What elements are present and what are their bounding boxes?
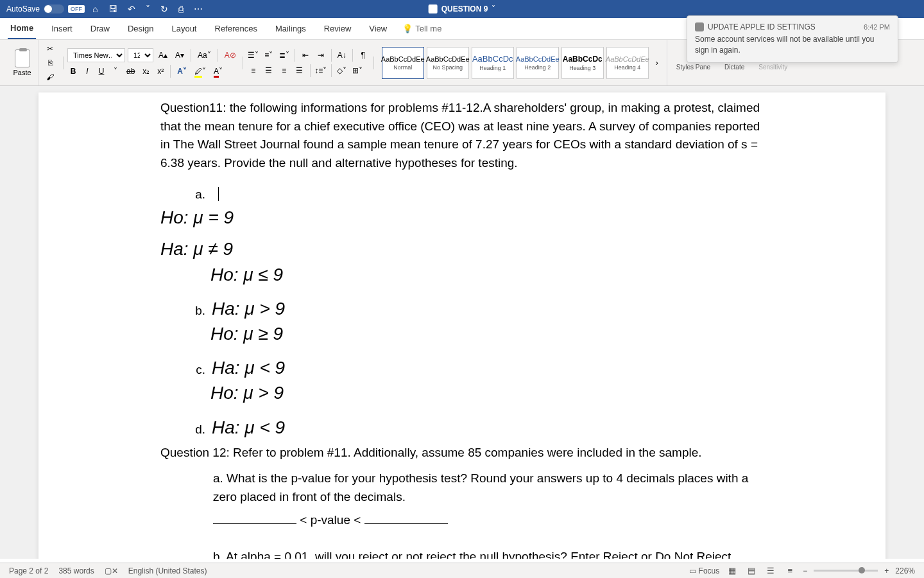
highlight-button[interactable]: 🖊˅ [192,66,209,77]
autosave-state: OFF [68,5,85,13]
subscript-button[interactable]: x₂ [140,66,152,77]
change-case-button[interactable]: Aa˅ [195,49,214,61]
align-left-button[interactable]: ≡ [247,64,260,77]
zoom-out-button[interactable]: − [803,566,807,575]
copy-icon[interactable]: ⎘ [44,57,56,69]
chevron-down-icon[interactable]: ˅ [492,4,495,13]
style-no-spacing[interactable]: AaBbCcDdEe No Spacing [427,47,469,79]
question-11-text: Question11: the following informations f… [160,99,764,172]
increase-font-icon[interactable]: A▴ [156,49,170,61]
draft-view[interactable]: ≡ [783,566,796,576]
underline-dropdown[interactable]: ˅ [110,66,121,77]
decrease-font-icon[interactable]: A▾ [173,49,187,61]
tab-draw[interactable]: Draw [88,19,112,39]
cut-icon[interactable]: ✂ [44,43,56,55]
clear-format-icon[interactable]: A⊘ [222,49,239,61]
notification-title: UPDATE APPLE ID SETTINGS [708,22,816,31]
document-page[interactable]: Question11: the following informations f… [38,92,886,559]
shading-button[interactable]: ◇˅ [336,64,348,77]
strikethrough-button[interactable]: ab [124,66,137,77]
autosave-label: AutoSave [6,4,40,13]
font-name-select[interactable]: Times New… [67,48,125,62]
language-indicator[interactable]: English (United States) [128,566,207,575]
italic-button[interactable]: I [81,66,93,77]
style-heading-3[interactable]: AaBbCcDc Heading 3 [561,47,604,79]
align-right-button[interactable]: ≡ [278,64,291,77]
text-cursor [218,187,219,201]
word-count[interactable]: 385 words [58,566,94,575]
show-marks-button[interactable]: ¶ [357,49,370,62]
outline-view[interactable]: ☰ [764,566,777,576]
option-a-line2: Ha: μ ≠ 9 [160,236,764,261]
undo-icon[interactable]: ↶ [125,4,138,14]
page-indicator[interactable]: Page 2 of 2 [9,566,48,575]
option-a-line1: Ho: μ = 9 [160,205,764,230]
multilevel-button[interactable]: ≣˅ [278,49,291,62]
format-painter-icon[interactable]: 🖌 [44,71,56,83]
option-c-ho: Ho: μ ≥ 9 [210,321,764,346]
font-color-button[interactable]: A˅ [211,66,225,77]
home-icon[interactable]: ⌂ [90,4,100,14]
line-spacing-button[interactable]: ↕≡˅ [314,64,327,77]
tab-home[interactable]: Home [8,18,36,39]
underline-button[interactable]: U [96,66,107,77]
bulb-icon: 💡 [402,24,413,33]
question-12a-text: a. What is the p-value for your hypothes… [213,469,764,506]
more-icon[interactable]: ⋯ [191,4,205,14]
autosave-toggle[interactable]: AutoSave OFF [6,4,85,13]
toggle-switch[interactable] [44,4,64,13]
apple-icon [695,22,704,31]
document-canvas[interactable]: Question11: the following informations f… [0,86,924,559]
document-title[interactable]: QUESTION 9 ˅ [429,4,496,13]
zoom-level[interactable]: 226% [895,566,915,575]
numbering-button[interactable]: ≡˅ [262,49,275,62]
focus-mode-button[interactable]: ▭ Focus [689,566,719,575]
option-c-ha: Ha: μ < 9 [212,358,285,378]
text-effects-button[interactable]: A˅ [175,66,189,77]
tab-insert[interactable]: Insert [49,19,75,39]
status-bar: Page 2 of 2 385 words ▢✕ English (United… [0,563,924,578]
increase-indent-button[interactable]: ⇥ [314,49,327,62]
tab-review[interactable]: Review [321,19,354,39]
paste-button[interactable]: Paste [13,69,31,76]
question-12b-text: b. At alpha = 0.01, will you reject or n… [213,548,764,559]
tab-mailings[interactable]: Mailings [273,19,309,39]
bold-button[interactable]: B [67,66,79,77]
borders-button[interactable]: ⊞˅ [351,64,364,77]
superscript-button[interactable]: x² [155,66,166,77]
sort-button[interactable]: A↓ [336,49,348,62]
notification-body: Some account services will not be availa… [695,34,890,56]
style-heading-4[interactable]: AaBbCcDdEe Heading 4 [606,47,649,79]
align-center-button[interactable]: ☰ [262,64,275,77]
option-b-ha: Ha: μ > 9 [212,299,285,319]
tell-me-search[interactable]: 💡 Tell me [402,24,441,33]
system-notification[interactable]: UPDATE APPLE ID SETTINGS 6:42 PM Some ac… [687,15,898,63]
tab-design[interactable]: Design [125,19,156,39]
clipboard-group: Paste [6,40,38,85]
question-12-text: Question 12: Refer to problem #11. Addit… [160,444,764,462]
option-d-ha: Ha: μ < 9 [212,417,285,437]
redo-icon[interactable]: ↻ [158,4,171,14]
tab-layout[interactable]: Layout [169,19,199,39]
zoom-slider[interactable] [814,570,878,572]
style-normal[interactable]: AaBbCcDdEe Normal [382,47,424,79]
tab-references[interactable]: References [212,19,260,39]
decrease-indent-button[interactable]: ⇤ [299,49,312,62]
style-heading-1[interactable]: AaBbCcDc Heading 1 [472,47,514,79]
web-layout-view[interactable]: ▤ [745,566,758,576]
justify-button[interactable]: ☰ [293,64,306,77]
font-size-select[interactable]: 12 [128,48,153,62]
print-icon[interactable]: ⎙ [176,4,186,14]
chevron-down-icon[interactable]: ˅ [143,4,153,14]
save-icon[interactable]: 🖫 [106,4,120,14]
styles-more-button[interactable]: › [651,57,663,69]
tab-view[interactable]: View [366,19,389,39]
zoom-in-button[interactable]: + [884,566,889,575]
bullets-button[interactable]: ☰˅ [247,49,260,62]
question-12a-blanks: < p-value < [213,511,764,530]
spellcheck-icon[interactable]: ▢✕ [105,566,118,575]
style-heading-2[interactable]: AaBbCcDdEe Heading 2 [517,47,559,79]
print-layout-view[interactable]: ▦ [726,566,739,576]
styles-gallery: AaBbCcDdEe Normal AaBbCcDdEe No Spacing … [378,40,667,85]
paste-icon[interactable] [15,49,30,67]
